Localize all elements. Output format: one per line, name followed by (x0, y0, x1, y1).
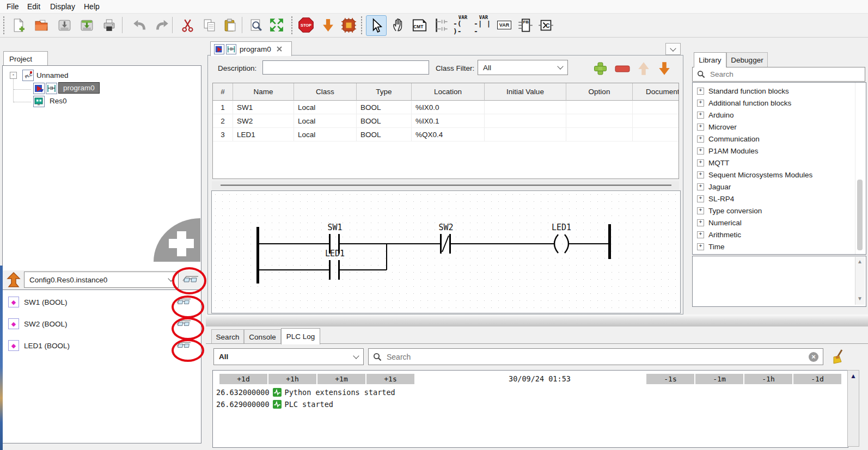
library-item[interactable]: +SL-RP4 (693, 193, 866, 205)
expand-icon[interactable]: + (697, 88, 704, 95)
copy-icon[interactable] (199, 15, 219, 35)
library-item[interactable]: +P1AM Modules (693, 145, 866, 157)
log-plus-1m-button[interactable]: +1m (317, 374, 365, 384)
table-cell[interactable]: 1 (213, 101, 233, 114)
description-scrollbar[interactable]: ▲ ▼ (855, 257, 865, 305)
library-item[interactable]: +Type conversion (693, 205, 866, 217)
log-minus-1m-button[interactable]: -1m (695, 374, 743, 384)
expand-icon[interactable]: + (697, 219, 704, 226)
table-cell[interactable]: BOOL (357, 128, 412, 141)
table-cell[interactable]: SW1 (233, 101, 294, 114)
table-cell[interactable] (566, 128, 633, 141)
redo-icon[interactable] (152, 15, 172, 35)
column-header[interactable]: Documentation (633, 83, 679, 101)
right-power-rail[interactable] (608, 224, 611, 259)
log-minus-1h-button[interactable]: -1h (744, 374, 792, 384)
tab-console[interactable]: Console (244, 329, 281, 344)
tab-plc-log[interactable]: PLC Log (281, 328, 320, 344)
scroll-up-icon[interactable]: ▲ (857, 259, 863, 264)
debug-variable-row[interactable]: ◆ SW2 (BOOL) (8, 318, 195, 329)
log-level-combobox[interactable]: All (213, 348, 364, 365)
delete-variable-button[interactable] (614, 65, 631, 74)
new-file-icon[interactable] (9, 15, 28, 35)
tab-debugger[interactable]: Debugger (726, 52, 768, 67)
expand-icon[interactable]: + (697, 195, 704, 202)
menu-help[interactable]: Help (82, 2, 102, 11)
function-block-tool-icon[interactable]: FB (515, 15, 535, 35)
description-input[interactable] (262, 60, 429, 75)
expand-icon[interactable]: + (697, 100, 704, 107)
open-icon[interactable] (32, 15, 51, 35)
library-item[interactable]: +Standard function blocks (693, 85, 866, 97)
log-scrollbar[interactable]: ▲ (847, 370, 859, 447)
library-item[interactable]: +Numerical (693, 217, 866, 229)
select-tool-icon[interactable] (366, 15, 387, 36)
tab-search[interactable]: Search (211, 329, 244, 344)
move-variable-down-button[interactable] (657, 61, 672, 78)
tab-list-dropdown-button[interactable] (665, 43, 681, 55)
library-item[interactable]: +Jaguar (693, 181, 866, 193)
library-item[interactable]: +Arduino (693, 109, 866, 121)
instance-path-combobox[interactable]: Config0.Res0.instance0 (24, 272, 179, 288)
scroll-down-icon[interactable]: ▼ (857, 296, 863, 301)
toolbar-gripper[interactable] (291, 16, 293, 34)
table-cell[interactable]: BOOL (357, 114, 412, 128)
menu-display[interactable]: Display (48, 2, 77, 11)
expand-icon[interactable]: + (697, 231, 704, 238)
code-block-tool-icon[interactable]: C (536, 15, 555, 35)
column-header[interactable]: Name (233, 83, 294, 101)
library-item[interactable]: +Time (693, 241, 866, 252)
toolbar-gripper[interactable] (3, 16, 5, 34)
horizontal-sash[interactable] (206, 315, 868, 326)
cut-icon[interactable] (178, 15, 197, 35)
column-header[interactable]: Type (357, 83, 412, 101)
library-item[interactable]: +MQTT (693, 157, 866, 169)
motion-tool-icon[interactable] (389, 15, 408, 35)
log-search-input[interactable] (386, 352, 809, 362)
transfer-icon[interactable] (318, 15, 338, 35)
editor-splitter[interactable] (212, 181, 679, 190)
add-button[interactable] (154, 218, 200, 262)
save-as-icon[interactable] (77, 15, 96, 35)
table-cell[interactable]: LED1 (233, 128, 294, 141)
library-item[interactable]: +Arithmetic (693, 229, 866, 241)
log-entry[interactable]: 26.629000000 PLC started (216, 399, 333, 410)
power-rail-tool-icon[interactable] (431, 15, 451, 35)
expand-icon[interactable]: + (697, 124, 704, 131)
coil-led1[interactable]: LED1 (552, 223, 571, 253)
log-plus-1d-button[interactable]: +1d (219, 374, 267, 384)
column-header[interactable]: Initial Value (485, 83, 566, 101)
debug-variable-row[interactable]: ◆ LED1 (BOOL) (8, 340, 195, 351)
clean-log-icon[interactable] (831, 349, 845, 367)
tab-program0[interactable]: program0 (210, 41, 292, 56)
column-header[interactable]: Location (412, 83, 485, 101)
table-cell[interactable]: 3 (213, 128, 233, 141)
contact-tool-icon[interactable]: VAR ‑| |‑ (474, 15, 493, 35)
ladder-canvas[interactable]: SW1 LED1 SW2 LED1 (211, 190, 681, 313)
expand-icon[interactable]: + (697, 183, 704, 190)
tree-item-res0[interactable]: Res0 (50, 97, 67, 105)
left-power-rail[interactable] (256, 227, 259, 283)
tree-collapse-box[interactable]: - (10, 72, 17, 79)
expand-icon[interactable]: + (697, 207, 704, 214)
log-plus-1s-button[interactable]: +1s (366, 374, 414, 384)
expand-icon[interactable]: + (697, 243, 704, 250)
tab-project[interactable]: Project (3, 51, 48, 66)
search-icon[interactable] (246, 15, 266, 35)
table-cell[interactable]: SW2 (233, 114, 294, 128)
library-item[interactable]: +Communication (693, 133, 866, 145)
move-variable-up-button[interactable] (636, 61, 651, 78)
expand-icon[interactable]: + (697, 159, 704, 167)
log-plus-1h-button[interactable]: +1h (268, 374, 316, 384)
print-icon[interactable] (99, 15, 119, 35)
library-scrollbar-thumb[interactable] (857, 180, 863, 250)
log-minus-1s-button[interactable]: -1s (646, 374, 694, 384)
paste-icon[interactable] (220, 15, 240, 35)
save-icon[interactable] (54, 15, 74, 35)
library-search-box[interactable] (692, 67, 865, 82)
table-cell[interactable]: BOOL (357, 101, 412, 114)
column-header[interactable]: # (213, 83, 233, 101)
class-filter-combobox[interactable]: All (478, 60, 568, 75)
table-cell[interactable]: Local (294, 101, 357, 114)
library-item[interactable]: +Additional function blocks (693, 97, 866, 109)
